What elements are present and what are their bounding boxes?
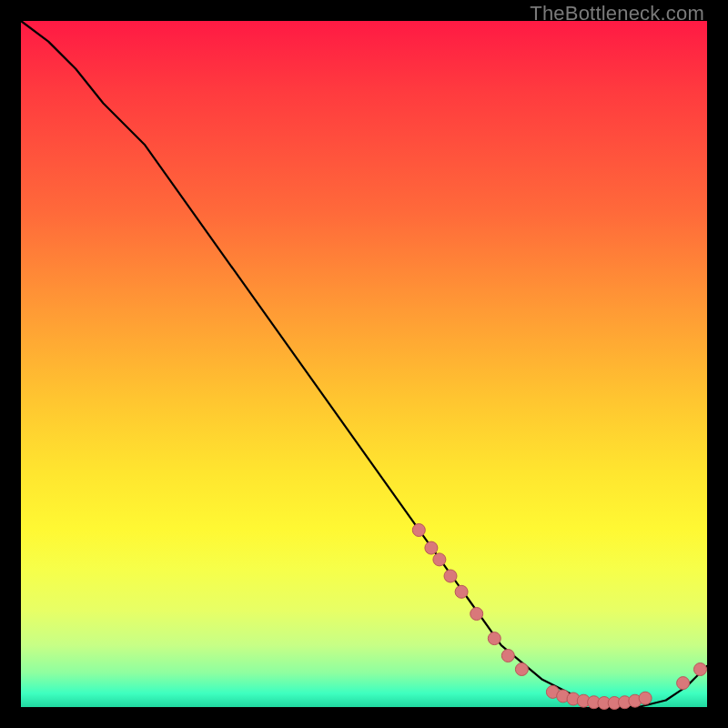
data-marker [455, 585, 468, 598]
data-markers [412, 524, 706, 710]
chart-frame: TheBottleneck.com [0, 0, 728, 728]
data-marker [412, 524, 425, 537]
data-marker [425, 541, 438, 554]
plot-area [21, 21, 707, 707]
data-marker [488, 632, 500, 645]
data-marker [677, 677, 690, 690]
data-marker [501, 650, 514, 662]
bottleneck-curve [21, 21, 707, 707]
data-marker [470, 608, 483, 621]
chart-svg [21, 21, 707, 707]
data-marker [694, 663, 707, 676]
data-marker [515, 663, 528, 676]
data-marker [433, 553, 446, 566]
data-marker [639, 692, 652, 704]
data-marker [444, 570, 457, 582]
